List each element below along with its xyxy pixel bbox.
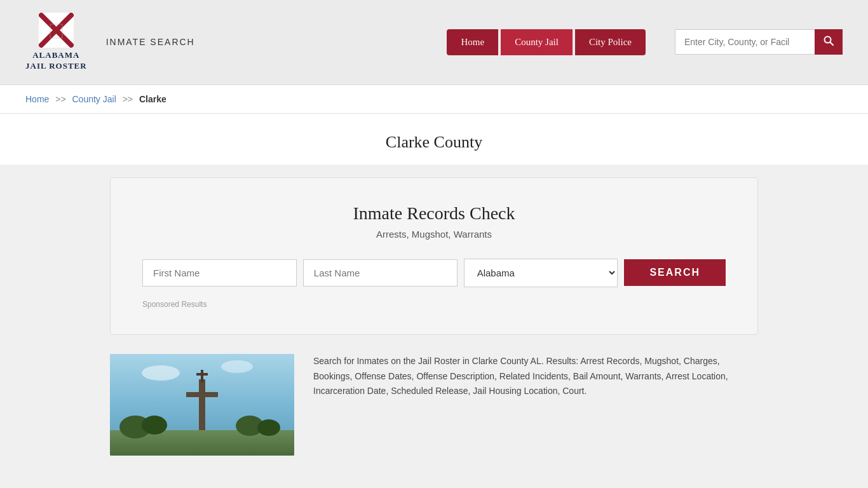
page-title-area: Clarke County xyxy=(0,114,868,165)
header-search-input[interactable] xyxy=(675,29,815,55)
sponsored-label: Sponsored Results xyxy=(142,300,726,309)
alabama-flag-icon xyxy=(39,13,74,48)
page-title: Clarke County xyxy=(25,133,843,152)
main-content: Inmate Records Check Arrests, Mugshot, W… xyxy=(85,165,783,481)
main-nav: Home County Jail City Police xyxy=(447,29,646,55)
county-image xyxy=(110,354,294,456)
svg-point-16 xyxy=(142,365,180,381)
breadcrumb-bar: Home >> County Jail >> Clarke xyxy=(0,85,868,114)
records-check-subtitle: Arrests, Mugshot, Warrants xyxy=(142,229,726,240)
svg-point-17 xyxy=(221,360,253,373)
breadcrumb-county-jail-link[interactable]: County Jail xyxy=(72,94,116,104)
header-search-bar xyxy=(675,29,843,55)
breadcrumb-sep1: >> xyxy=(55,94,65,104)
svg-point-11 xyxy=(257,419,280,436)
svg-point-9 xyxy=(142,416,167,435)
logo-text: ALABAMAJAIL ROSTER xyxy=(25,50,87,72)
breadcrumb-current: Clarke xyxy=(139,94,166,104)
site-header: ALABAMAJAIL ROSTER INMATE SEARCH Home Co… xyxy=(0,0,868,85)
search-icon xyxy=(824,36,834,46)
nav-home-button[interactable]: Home xyxy=(447,29,498,55)
records-check-title: Inmate Records Check xyxy=(142,203,726,224)
svg-line-5 xyxy=(831,43,834,46)
svg-rect-15 xyxy=(196,373,208,376)
inmate-search-label: INMATE SEARCH xyxy=(106,37,195,47)
svg-rect-14 xyxy=(201,370,203,383)
nav-county-jail-button[interactable]: County Jail xyxy=(501,29,573,55)
state-select[interactable]: Alabama Alaska Arizona Arkansas Californ… xyxy=(464,259,618,287)
last-name-input[interactable] xyxy=(303,259,458,287)
breadcrumb: Home >> County Jail >> Clarke xyxy=(25,94,843,104)
bottom-section: Search for Inmates on the Jail Roster in… xyxy=(110,354,758,456)
breadcrumb-sep2: >> xyxy=(123,94,133,104)
header-search-button[interactable] xyxy=(815,29,843,55)
site-logo[interactable]: ALABAMAJAIL ROSTER xyxy=(25,13,87,72)
nav-city-police-button[interactable]: City Police xyxy=(575,29,646,55)
county-image-svg xyxy=(110,354,294,456)
records-check-box: Inmate Records Check Arrests, Mugshot, W… xyxy=(110,177,758,335)
svg-rect-13 xyxy=(186,392,218,397)
breadcrumb-home-link[interactable]: Home xyxy=(25,94,49,104)
svg-rect-12 xyxy=(199,379,205,430)
county-description: Search for Inmates on the Jail Roster in… xyxy=(313,354,758,399)
inmate-search-button[interactable]: SEARCH xyxy=(624,259,726,286)
first-name-input[interactable] xyxy=(142,259,297,287)
inmate-search-form: Alabama Alaska Arizona Arkansas Californ… xyxy=(142,259,726,287)
